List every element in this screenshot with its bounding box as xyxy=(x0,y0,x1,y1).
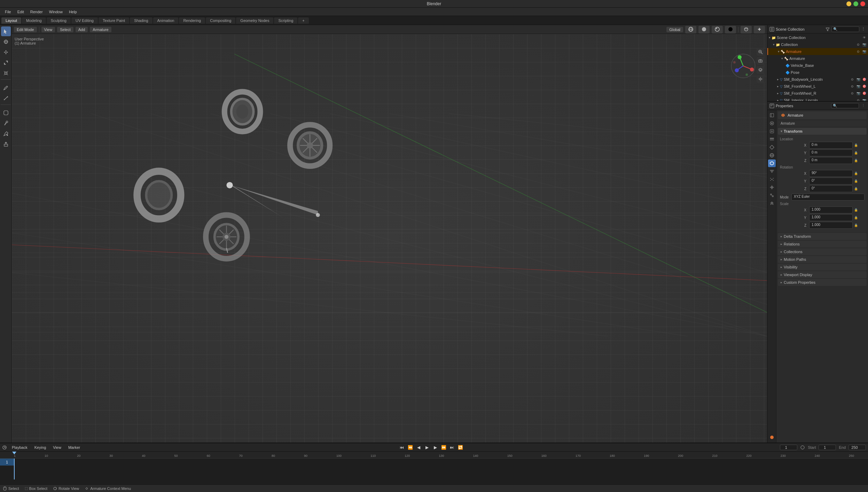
view-menu[interactable]: View xyxy=(41,27,55,32)
menu-file[interactable]: File xyxy=(2,9,14,15)
layers-gizmo[interactable] xyxy=(757,66,764,74)
visibility-icon[interactable]: 👁 xyxy=(862,35,867,40)
timeline-tracks[interactable]: 1 xyxy=(0,459,868,479)
menu-help[interactable]: Help xyxy=(66,9,80,15)
outliner-item-armature-data[interactable]: ▾ 🦴 Armature xyxy=(767,55,868,62)
viewport-shading-rendered[interactable] xyxy=(725,26,736,33)
menu-window[interactable]: Window xyxy=(46,9,65,15)
tab-scripting[interactable]: Scripting xyxy=(274,17,297,24)
menu-edit[interactable]: Edit xyxy=(15,9,27,15)
tool-extrude[interactable] xyxy=(1,139,11,149)
section-relations[interactable]: ▸ Relations xyxy=(778,241,867,248)
props-tab-world[interactable] xyxy=(768,151,776,159)
outliner-item-interior[interactable]: ▸ ▽ SM_Interior_Lincoln ⊙ 📷 xyxy=(767,97,868,101)
restrict-render-icon[interactable]: 📷 xyxy=(862,42,867,47)
section-delta-transform[interactable]: ▸ Delta Transform xyxy=(778,233,867,240)
tab-add[interactable]: + xyxy=(298,17,308,24)
view-menu[interactable]: View xyxy=(51,445,63,450)
viewport-shading-wireframe[interactable] xyxy=(685,26,696,33)
tab-sculpting[interactable]: Sculpting xyxy=(47,17,71,24)
outliner-item-vehicle-base[interactable]: 🔷 Vehicle_Base xyxy=(767,62,868,69)
tool-move[interactable] xyxy=(1,47,11,57)
armature-menu[interactable]: Armature xyxy=(90,27,111,32)
mode-selector[interactable]: Edit Mode xyxy=(14,27,37,32)
rotation-mode[interactable]: XYZ Euler xyxy=(791,194,865,201)
menu-render[interactable]: Render xyxy=(28,9,46,15)
location-y-lock[interactable]: 🔒 xyxy=(854,151,865,155)
scale-z-lock[interactable]: 🔒 xyxy=(854,224,865,227)
section-motion-paths[interactable]: ▸ Motion Paths xyxy=(778,256,867,263)
props-tab-render[interactable] xyxy=(768,119,776,127)
tool-select[interactable] xyxy=(1,26,11,36)
tool-rotate[interactable] xyxy=(1,58,11,68)
outliner-item-bodywork[interactable]: ▸ ▽ SM_Bodywork_Lincoln ⊙ 📷 🎯 xyxy=(767,76,868,83)
prev-keyframe-btn[interactable]: ◀ xyxy=(415,444,422,451)
props-tab-physics[interactable] xyxy=(768,183,776,191)
props-tab-output[interactable] xyxy=(768,127,776,135)
rotation-y[interactable]: 0° xyxy=(809,178,853,185)
rotation-z[interactable]: 0° xyxy=(809,185,853,192)
scale-x[interactable]: 1.000 xyxy=(809,206,853,213)
tool-measure[interactable] xyxy=(1,93,11,103)
props-tab-material[interactable] xyxy=(768,434,776,441)
tool-add[interactable] xyxy=(1,108,11,118)
section-collections[interactable]: ▸ Collections xyxy=(778,248,867,255)
outliner-search[interactable]: 🔍 xyxy=(831,26,859,32)
props-tab-object[interactable] xyxy=(768,159,776,167)
select-menu[interactable]: Select xyxy=(57,27,73,32)
props-tab-viewlayer[interactable] xyxy=(768,135,776,143)
overlays-btn[interactable] xyxy=(741,26,752,33)
camera-gizmo[interactable] xyxy=(757,57,764,65)
tab-uv-editing[interactable]: UV Editing xyxy=(71,17,98,24)
tab-compositing[interactable]: Compositing xyxy=(206,17,235,24)
viewport-canvas[interactable]: User Perspective (1) Armature xyxy=(12,34,767,443)
outliner-item-collection[interactable]: ▾ 📁 Collection ⊙ 📷 xyxy=(767,41,868,48)
outliner-filter-btn[interactable] xyxy=(825,26,830,32)
props-tab-scene-data[interactable] xyxy=(768,143,776,151)
zoom-in-gizmo[interactable] xyxy=(757,48,764,56)
props-tab-particles[interactable] xyxy=(768,175,776,183)
location-x[interactable]: 0 m xyxy=(809,142,853,149)
window-controls[interactable] xyxy=(846,1,865,6)
restrict-viewport-icon[interactable]: ⊙ xyxy=(856,42,861,47)
props-tab-modifiers[interactable] xyxy=(768,167,776,175)
play-btn[interactable]: ▶ xyxy=(423,444,430,451)
outliner-item-frontwheel-l[interactable]: ▸ ▽ SM_FrontWheel_L ⊙ 📷 🎯 xyxy=(767,83,868,90)
keying-menu[interactable]: Keying xyxy=(32,445,48,450)
tab-rendering[interactable]: Rendering xyxy=(179,17,205,24)
transform-section-header[interactable]: ▾ Transform xyxy=(778,128,867,135)
end-frame-input[interactable]: 250 xyxy=(849,445,866,450)
properties-options-btn[interactable]: ⋮ xyxy=(860,103,866,109)
add-menu[interactable]: Add xyxy=(76,27,88,32)
close-btn[interactable] xyxy=(860,1,865,6)
scale-y-lock[interactable]: 🔒 xyxy=(854,216,865,219)
outliner-content[interactable]: ▾ 📁 Scene Collection 👁 ▾ 📁 Collection ⊙ … xyxy=(767,33,868,101)
outliner-item-frontwheel-r[interactable]: ▸ ▽ SM_FrontWheel_R ⊙ 📷 🎯 xyxy=(767,90,868,97)
tool-paint[interactable] xyxy=(1,118,11,128)
scale-y[interactable]: 1.000 xyxy=(809,214,853,221)
section-custom-properties[interactable]: ▸ Custom Properties xyxy=(778,279,867,286)
jump-start-btn[interactable]: ⏮ xyxy=(398,444,405,451)
outliner-options-btn[interactable]: ⋮ xyxy=(860,26,866,32)
armature-render-icon[interactable]: 📷 xyxy=(862,49,867,54)
rotation-x[interactable]: 90° xyxy=(809,170,853,177)
scale-z[interactable]: 1.000 xyxy=(809,222,853,229)
location-z-lock[interactable]: 🔒 xyxy=(854,159,865,162)
section-visibility[interactable]: ▸ Visibility xyxy=(778,264,867,271)
tool-fill[interactable] xyxy=(1,129,11,139)
loop-btn[interactable]: 🔁 xyxy=(457,444,464,451)
rotation-x-lock[interactable]: 🔒 xyxy=(854,172,865,175)
tab-animation[interactable]: Animation xyxy=(153,17,179,24)
viewport-shading-material[interactable] xyxy=(712,26,723,33)
tab-geometry-nodes[interactable]: Geometry Nodes xyxy=(236,17,273,24)
next-keyframe-btn[interactable]: ▶ xyxy=(432,444,439,451)
props-tab-scene[interactable] xyxy=(768,111,776,119)
props-tab-data[interactable] xyxy=(768,200,776,207)
tab-layout[interactable]: Layout xyxy=(1,17,21,24)
scale-x-lock[interactable]: 🔒 xyxy=(854,208,865,212)
current-frame-input[interactable]: 1 xyxy=(780,445,797,450)
tab-modeling[interactable]: Modeling xyxy=(22,17,46,24)
props-tab-constraints[interactable] xyxy=(768,192,776,199)
location-x-lock[interactable]: 🔒 xyxy=(854,143,865,147)
outliner-item-scene-collection[interactable]: ▾ 📁 Scene Collection 👁 xyxy=(767,34,868,41)
